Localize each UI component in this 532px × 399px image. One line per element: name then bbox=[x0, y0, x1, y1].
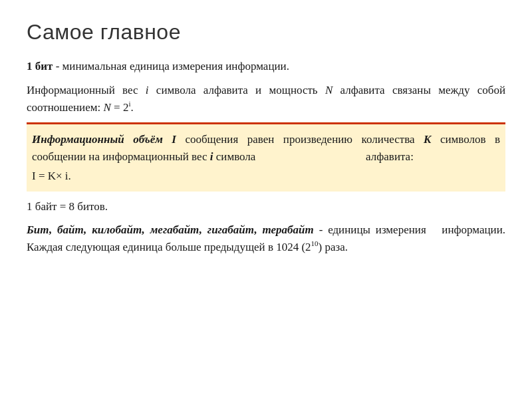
units-list: Бит, байт, килобайт, мегабайт, гигабайт,… bbox=[27, 223, 314, 236]
highlighted-bold: Информационный объём bbox=[32, 133, 163, 146]
page: Самое главное 1 бит - минимальная единиц… bbox=[0, 0, 532, 399]
formula: I = K× i. bbox=[32, 168, 500, 185]
highlighted-K: K bbox=[424, 133, 431, 146]
para4-sup: 10 bbox=[311, 240, 319, 248]
bit-bold: 1 бит bbox=[27, 60, 53, 72]
highlighted-rest3: символа алфавита: bbox=[213, 150, 414, 163]
byte-info: 1 байт = 8 битов. bbox=[27, 200, 108, 213]
page-title: Самое главное bbox=[27, 20, 505, 45]
bit-label: 1 бит bbox=[27, 60, 53, 72]
paragraph-3: 1 байт = 8 битов. bbox=[27, 198, 505, 215]
highlighted-rest: сообщения равен произведению количества bbox=[176, 133, 424, 146]
para2-sup: i bbox=[128, 100, 130, 108]
paragraph-1: 1 бит - минимальная единица измерения ин… bbox=[27, 58, 505, 75]
highlighted-I: I bbox=[163, 133, 176, 146]
para2-mid: символа алфавита и мощность bbox=[149, 84, 325, 96]
content-area: 1 бит - минимальная единица измерения ин… bbox=[27, 58, 505, 379]
paragraph-4: Бит, байт, килобайт, мегабайт, гигабайт,… bbox=[27, 221, 505, 256]
paragraph-2: Информационный вес i символа алфавита и … bbox=[27, 82, 505, 116]
paragraph1-rest: - минимальная единица измерения информац… bbox=[53, 60, 289, 72]
para2-start: Информационный вес bbox=[27, 84, 146, 96]
highlighted-block: Информационный объём I сообщения равен п… bbox=[27, 122, 505, 192]
para2-N: N bbox=[325, 84, 332, 96]
